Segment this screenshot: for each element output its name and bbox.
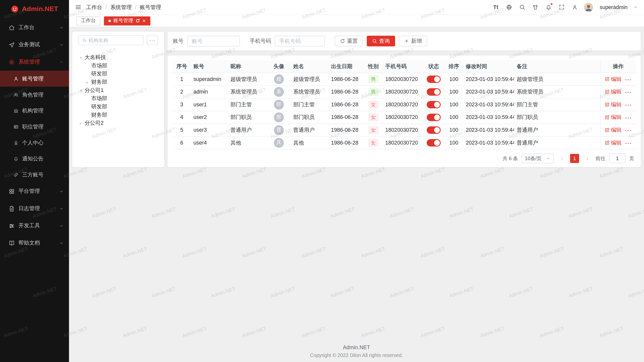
tree-node-label: 研发部 — [91, 70, 107, 77]
status-toggle[interactable] — [427, 113, 441, 121]
hamburger-menu-icon[interactable] — [75, 4, 81, 10]
close-icon[interactable]: × — [143, 18, 146, 23]
avatar[interactable] — [584, 3, 593, 12]
goto-label: 前往 — [595, 155, 605, 162]
status-toggle[interactable] — [427, 101, 441, 108]
tree-node[interactable]: ▾分公司1 — [78, 86, 158, 95]
org-search-input[interactable] — [89, 37, 140, 43]
tree-node[interactable]: 研发部 — [78, 70, 158, 78]
sidebar-item-third-party-account[interactable]: 三方账号 — [0, 167, 69, 183]
table-row[interactable]: 3 user1 部门主管 部 部门主管 1986-06-28 女 1802003… — [173, 98, 636, 111]
refresh-icon[interactable] — [136, 18, 140, 23]
sidebar-item-dev-tools[interactable]: 开发工具 — [0, 217, 69, 235]
row-more-button[interactable]: ··· — [625, 140, 632, 146]
reset-button[interactable]: 重置 — [335, 36, 363, 46]
cell-sort: 100 — [445, 123, 463, 136]
next-page-button[interactable] — [583, 154, 592, 163]
sidebar-item-workbench[interactable]: 工作台 — [0, 19, 69, 36]
caret-expanded-icon[interactable]: ▾ — [78, 88, 84, 93]
sidebar-item-org-management[interactable]: 机构管理 — [0, 103, 69, 119]
edit-button[interactable]: 编辑 — [605, 113, 622, 121]
grid-icon — [9, 188, 15, 194]
sidebar-item-account-management[interactable]: 账号管理 — [0, 71, 69, 87]
fullscreen-icon[interactable] — [558, 4, 565, 11]
username[interactable]: superadmin — [600, 4, 628, 10]
row-more-button[interactable]: ··· — [625, 115, 632, 121]
row-more-button[interactable]: ··· — [625, 89, 632, 95]
table-row[interactable]: 1 superadmin 超级管理员 超 超级管理员 1986-06-28 男 … — [173, 73, 636, 85]
theme-icon[interactable] — [532, 4, 539, 11]
edit-button[interactable]: 编辑 — [605, 126, 622, 133]
breadcrumb-item[interactable]: 工作台 — [86, 4, 102, 11]
goto-page-input[interactable] — [609, 154, 625, 163]
tree-node[interactable]: ▸财务部 — [78, 78, 158, 86]
tree-node[interactable]: ▾大名科技 — [78, 53, 158, 62]
status-toggle[interactable] — [427, 126, 441, 133]
cell-birthday: 1986-06-28 — [329, 111, 364, 124]
tree-node[interactable]: 研发部 — [78, 103, 158, 111]
notification-badge — [550, 3, 553, 5]
profile-panel-icon[interactable] — [571, 4, 578, 11]
sidebar-item-position-management[interactable]: 职位管理 — [0, 119, 69, 135]
sidebar-item-log-management[interactable]: 日志管理 — [0, 200, 69, 217]
caret-collapsed-icon[interactable]: ▸ — [78, 121, 84, 125]
current-page-button[interactable]: 1 — [570, 154, 579, 163]
add-button[interactable]: 新增 — [399, 36, 427, 46]
tree-node[interactable]: 财务部 — [78, 111, 158, 119]
table-row[interactable]: 5 user3 普通用户 普 普通用户 1986-06-28 女 1802003… — [173, 123, 636, 136]
row-more-button[interactable]: ··· — [625, 127, 632, 133]
sidebar-item-label: 系统管理 — [18, 58, 40, 66]
sidebar-item-personal-center[interactable]: 个人中心 — [0, 135, 69, 151]
pagination-total: 共 6 条 — [503, 155, 518, 162]
sidebar-item-notice[interactable]: 通知公告 — [0, 151, 69, 167]
search-icon[interactable] — [518, 4, 526, 11]
caret-collapsed-icon[interactable]: ▸ — [85, 80, 90, 84]
breadcrumb-item[interactable]: 系统管理 — [110, 4, 132, 11]
edit-button[interactable]: 编辑 — [605, 101, 622, 108]
tree-node-label: 市场部 — [91, 62, 107, 69]
app-logo[interactable]: Admin.NET — [0, 0, 69, 18]
edit-button[interactable]: 编辑 — [605, 88, 622, 95]
tab-label: 账号管理 — [113, 17, 133, 24]
status-toggle[interactable] — [427, 88, 441, 95]
edit-icon — [605, 127, 610, 132]
notification-bell-icon[interactable] — [545, 4, 552, 11]
sidebar-item-label: 工作台 — [18, 24, 34, 31]
table-row[interactable]: 6 user4 其他 其 其他 1986-06-28 女 18020030720… — [173, 136, 636, 149]
table-row[interactable]: 4 user2 部门职员 部 部门职员 1986-06-28 女 1802003… — [173, 111, 636, 124]
sidebar-item-label: 个人中心 — [22, 139, 44, 146]
status-toggle[interactable] — [427, 139, 441, 146]
edit-button[interactable]: 编辑 — [605, 139, 622, 146]
tree-node[interactable]: ▸分公司2 — [78, 119, 158, 127]
caret-expanded-icon[interactable]: ▾ — [78, 55, 84, 60]
sidebar-item-business-test[interactable]: 业务测试 — [0, 36, 69, 54]
language-icon[interactable] — [505, 4, 512, 11]
table-row[interactable]: 2 admin 系统管理员 系 系统管理员 1986-06-28 男 18020… — [173, 85, 636, 98]
sidebar-item-system-management[interactable]: 系统管理 — [0, 53, 69, 71]
sidebar-item-platform-management[interactable]: 平台管理 — [0, 183, 69, 200]
tree-node[interactable]: 市场部 — [78, 95, 158, 103]
prev-page-button[interactable] — [557, 154, 567, 163]
breadcrumb-item[interactable]: 账号管理 — [140, 4, 161, 11]
phone-input[interactable] — [275, 36, 325, 46]
chevron-right-icon — [585, 156, 590, 161]
cell-modified: 2023-01-03 10:59:44 — [463, 123, 514, 136]
tab-workbench[interactable]: 工作台 — [76, 16, 100, 25]
search-button[interactable]: 查询 — [367, 36, 395, 46]
chevron-down-icon[interactable] — [633, 5, 638, 10]
font-size-icon[interactable]: Tt — [492, 4, 499, 11]
sidebar-item-help-docs[interactable]: 帮助文档 — [0, 234, 69, 252]
row-more-button[interactable]: ··· — [625, 76, 632, 82]
row-more-button[interactable]: ··· — [625, 102, 632, 108]
account-input[interactable] — [187, 36, 240, 46]
tree-node[interactable]: 市场部 — [78, 62, 158, 70]
col-birthday: 出生日期 — [329, 60, 364, 73]
tab-account-management[interactable]: 账号管理 × — [104, 16, 150, 25]
edit-button[interactable]: 编辑 — [605, 75, 622, 83]
gender-badge: 女 — [368, 101, 378, 108]
sidebar-item-role-management[interactable]: 角色管理 — [0, 86, 69, 103]
org-more-button[interactable]: ··· — [147, 35, 158, 45]
page-size-select[interactable]: 10条/页 — [521, 154, 553, 163]
status-toggle[interactable] — [427, 75, 441, 83]
main-area: 工作台 / 系统管理 / 账号管理 Tt superadmin — [69, 0, 644, 362]
